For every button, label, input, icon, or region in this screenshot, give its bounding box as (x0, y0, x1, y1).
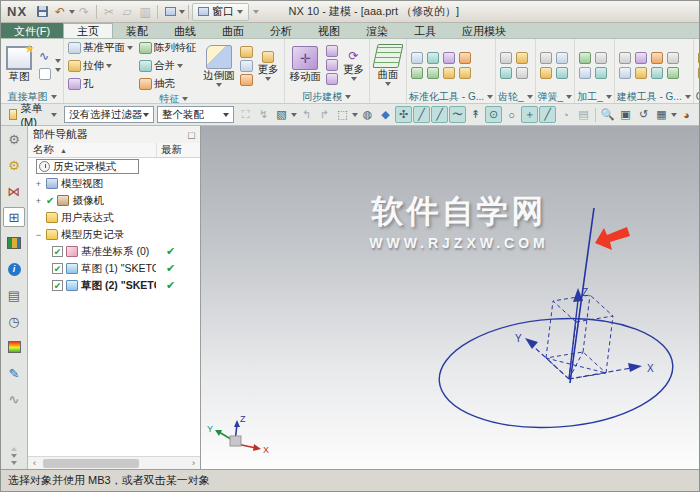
checkbox-checked-icon[interactable]: ✔ (52, 246, 63, 257)
pattern-feature-button[interactable]: 陈列特征 (137, 40, 198, 56)
chevron-down-icon[interactable] (55, 59, 61, 63)
spring-design-icon[interactable] (556, 52, 568, 64)
selection-filter-combo[interactable]: 没有选择过滤器 (64, 106, 154, 123)
scroll-left-icon[interactable]: ‹ (28, 458, 41, 468)
pole-snap-icon[interactable]: ↟ (467, 106, 484, 123)
chamfer-icon[interactable] (240, 46, 253, 58)
window-layout-icon[interactable]: ▦ (653, 106, 670, 123)
std-tool-icon[interactable] (427, 52, 439, 64)
composite-button[interactable] (161, 3, 179, 20)
modeling-tool-icon[interactable] (619, 52, 631, 64)
tab-application[interactable]: 应用模块 (449, 23, 519, 38)
pull-face-icon[interactable] (326, 45, 338, 57)
draft-icon[interactable] (240, 60, 253, 72)
chevron-down-icon[interactable] (352, 113, 358, 117)
edge-blend-button[interactable]: 边倒圆 (200, 44, 238, 88)
roles-palette-icon[interactable] (3, 337, 25, 357)
touch-settings-icon[interactable]: ⚙ (3, 129, 25, 149)
sketch-circle[interactable] (436, 311, 677, 435)
grid-snap-icon[interactable]: ▤ (575, 106, 592, 123)
window-menu-button[interactable]: 窗口 (192, 3, 249, 21)
tree-row-model-views[interactable]: + 模型视图 (28, 175, 200, 192)
column-status[interactable]: 最新 (156, 143, 200, 157)
group-dropdown-icon[interactable] (182, 97, 188, 101)
tab-analysis[interactable]: 分析 (257, 23, 305, 38)
std-tool-icon[interactable] (443, 52, 455, 64)
highlight-related-icon[interactable]: ⛶ (237, 106, 254, 123)
gear-modeling-icon[interactable] (500, 52, 512, 64)
tab-view[interactable]: 视图 (305, 23, 353, 38)
panel-pin-icon[interactable]: □ (188, 129, 195, 141)
spline-palette-icon[interactable]: ∿ (3, 389, 25, 409)
surface-button[interactable]: 曲面 (372, 43, 404, 87)
show-hide-icon[interactable]: ▧ (273, 106, 290, 123)
std-tool-icon[interactable] (427, 67, 439, 79)
shell-button[interactable]: 抽壳 (137, 76, 198, 92)
group-dropdown-icon[interactable] (527, 95, 533, 99)
endpoint-snap-icon[interactable]: ╱ (413, 106, 430, 123)
sketch-button[interactable]: 草图 (3, 45, 35, 85)
std-tool-icon[interactable] (459, 52, 471, 64)
composite-dropdown-icon[interactable] (179, 10, 185, 14)
zoom-window-icon[interactable]: 🔍 (599, 106, 616, 123)
sketch-rectangle-button[interactable] (37, 66, 53, 82)
tree-row-history-mode[interactable]: 历史记录模式 (28, 158, 200, 175)
spring-icon[interactable] (540, 52, 552, 64)
tree-row-user-expressions[interactable]: 用户表达式 (28, 209, 200, 226)
move-object-icon[interactable]: ↯ (255, 106, 272, 123)
tree-row-cameras[interactable]: + ✔ 摄像机 (28, 192, 200, 209)
modeling-tool-icon[interactable] (651, 52, 663, 64)
machining-tool-icon[interactable] (595, 67, 607, 79)
tree-row-model-history[interactable]: − 模型历史记录 (28, 226, 200, 243)
assembly-navigator-icon[interactable]: ⚙ (3, 155, 25, 175)
extrude-button[interactable]: 拉伸 (66, 58, 135, 74)
tab-home[interactable]: 主页 (63, 23, 113, 38)
center-point-snap-icon[interactable]: ⊙ (485, 106, 502, 123)
shaded-view-icon[interactable]: ◍ (359, 106, 376, 123)
midpoint-snap-icon[interactable]: ╱ (431, 106, 448, 123)
save-button[interactable] (33, 3, 51, 20)
column-name[interactable]: 名称 ▲ (28, 143, 156, 157)
spring-coil-icon[interactable] (540, 67, 552, 79)
std-tool-icon[interactable] (459, 67, 471, 79)
machining-check-icon[interactable] (579, 52, 591, 64)
tab-surface[interactable]: 曲面 (209, 23, 257, 38)
sketch-curve-button[interactable]: ∿ (37, 48, 53, 64)
gear-pair-icon[interactable] (516, 52, 528, 64)
circle-snap-icon[interactable]: ○ (503, 106, 520, 123)
checkbox-checked-icon[interactable]: ✔ (52, 263, 63, 274)
snap-point-icon[interactable]: ✣ (395, 106, 412, 123)
expand-icon[interactable]: + (34, 179, 43, 189)
solid-body-icon[interactable]: ◆ (377, 106, 394, 123)
chevron-down-icon[interactable] (55, 68, 61, 72)
internet-aid-icon[interactable]: i (3, 259, 25, 279)
move-face-button[interactable]: 移动面 (287, 45, 325, 85)
rotate-view-icon[interactable]: ↰ (298, 106, 315, 123)
gear-edit-icon[interactable] (500, 67, 512, 79)
offset-icon[interactable] (240, 74, 253, 86)
chevron-down-icon[interactable] (291, 113, 297, 117)
group-dropdown-icon[interactable] (487, 95, 493, 99)
system-clock-icon[interactable]: ◷ (3, 311, 25, 331)
gear-list-icon[interactable] (516, 67, 528, 79)
curve-snap-icon[interactable]: 〜 (449, 106, 466, 123)
modeling-tool-icon[interactable] (667, 52, 679, 64)
render-style-icon[interactable]: ◕ (678, 106, 695, 123)
paste-button[interactable]: ▥ (136, 3, 154, 20)
gc-tool-icon[interactable] (698, 67, 699, 79)
rectangle-select-icon[interactable]: ⬚ (334, 106, 351, 123)
group-dropdown-icon[interactable] (345, 95, 351, 99)
scroll-right-icon[interactable]: › (187, 458, 200, 468)
reuse-library-icon[interactable] (3, 233, 25, 253)
undo-button[interactable]: ↶ (51, 3, 69, 20)
feature-more-button[interactable]: 更多 (255, 50, 282, 82)
scroll-down-icon[interactable] (11, 454, 17, 458)
selection-scope-combo[interactable]: 整个装配 (157, 106, 234, 123)
menu-button[interactable]: 菜单(M) (5, 106, 61, 124)
checkbox-checked-icon[interactable]: ✔ (52, 280, 63, 291)
tree-row-sketch-2[interactable]: ✔ 草图 (2) "SKETCH_... ✔ (28, 277, 200, 294)
tab-file[interactable]: 文件(F) (1, 23, 63, 38)
modeling-tool-icon[interactable] (619, 67, 631, 79)
x-axis[interactable]: X (569, 363, 654, 379)
sync-more-button[interactable]: ⟳ 更多 (340, 48, 367, 82)
